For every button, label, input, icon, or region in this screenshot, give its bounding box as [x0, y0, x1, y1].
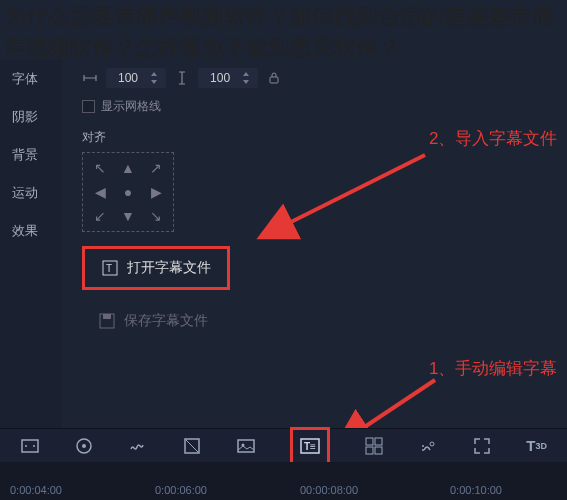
align-middle-left[interactable]: ◀: [87, 181, 113, 203]
svg-point-19: [430, 442, 434, 446]
tab-background[interactable]: 背景: [0, 136, 62, 174]
lock-icon[interactable]: [266, 70, 282, 86]
height-icon: [174, 70, 190, 86]
svg-text:T≡: T≡: [304, 441, 316, 452]
timeline-ruler[interactable]: 0:00:04:00 0:00:06:00 00:00:08:00 0:00:1…: [0, 462, 567, 500]
time-mark: 0:00:06:00: [155, 484, 207, 496]
open-subtitle-file-button[interactable]: T 打开字幕文件: [82, 246, 230, 290]
checkbox-icon[interactable]: [82, 100, 95, 113]
align-bottom-center[interactable]: ▼: [115, 205, 141, 227]
tab-font[interactable]: 字体: [0, 60, 62, 98]
stepper-icon[interactable]: [146, 70, 162, 86]
height-input[interactable]: 100: [198, 68, 258, 88]
image-icon[interactable]: [236, 434, 256, 458]
align-top-center[interactable]: ▲: [115, 157, 141, 179]
width-input[interactable]: 100: [106, 68, 166, 88]
gridlines-label: 显示网格线: [101, 98, 161, 115]
expand-icon[interactable]: [472, 434, 492, 458]
svg-rect-17: [366, 447, 373, 454]
stepper-icon[interactable]: [238, 70, 254, 86]
annotation-step-2: 2、导入字幕文件: [429, 128, 559, 150]
tab-effect[interactable]: 效果: [0, 212, 62, 250]
svg-point-7: [33, 445, 35, 447]
left-tabs-panel: 字体 阴影 背景 运动 效果: [0, 60, 62, 430]
time-mark: 0:00:10:00: [450, 484, 502, 496]
svg-rect-0: [270, 77, 278, 83]
project-icon[interactable]: [20, 434, 40, 458]
motion-icon[interactable]: [418, 434, 438, 458]
svg-point-6: [25, 445, 27, 447]
align-middle-right[interactable]: ▶: [143, 181, 169, 203]
svg-rect-11: [238, 440, 254, 452]
align-top-right[interactable]: ↗: [143, 157, 169, 179]
media-icon[interactable]: [74, 434, 94, 458]
svg-point-9: [82, 444, 86, 448]
audio-icon[interactable]: [128, 434, 148, 458]
size-row: 100 100: [82, 68, 547, 88]
annotation-step-1: 1、手动编辑字幕: [429, 358, 559, 380]
color-icon[interactable]: [182, 434, 202, 458]
tab-motion[interactable]: 运动: [0, 174, 62, 212]
align-grid: ↖ ▲ ↗ ◀ ● ▶ ↙ ▼ ↘: [82, 152, 174, 232]
subtitle-editor-icon[interactable]: T≡: [290, 427, 330, 465]
time-mark: 0:00:04:00: [10, 484, 62, 496]
grid-icon[interactable]: [364, 434, 384, 458]
save-file-icon: [98, 312, 116, 330]
save-subtitle-label: 保存字幕文件: [124, 312, 208, 330]
save-subtitle-file-button: 保存字幕文件: [82, 304, 224, 338]
time-mark: 00:00:08:00: [300, 484, 358, 496]
align-middle-center[interactable]: ●: [115, 181, 141, 203]
text-file-icon: T: [101, 259, 119, 277]
svg-rect-15: [366, 438, 373, 445]
open-subtitle-label: 打开字幕文件: [127, 259, 211, 277]
tab-shadow[interactable]: 阴影: [0, 98, 62, 136]
align-top-left[interactable]: ↖: [87, 157, 113, 179]
svg-rect-16: [375, 438, 382, 445]
align-bottom-right[interactable]: ↘: [143, 205, 169, 227]
bottom-toolbar: T≡ T3D: [0, 428, 567, 462]
svg-rect-4: [103, 314, 111, 319]
svg-rect-5: [22, 440, 38, 452]
overlay-question-text: 为什么需要带痛声视频软件？如何找到合适的差差差带痛声视频软件？怎样避免下载到恶意…: [0, 0, 567, 66]
svg-text:T: T: [106, 263, 112, 274]
width-icon: [82, 70, 98, 86]
gridlines-checkbox-row[interactable]: 显示网格线: [82, 98, 547, 115]
align-bottom-left[interactable]: ↙: [87, 205, 113, 227]
text-3d-icon[interactable]: T3D: [526, 434, 547, 458]
svg-rect-18: [375, 447, 382, 454]
